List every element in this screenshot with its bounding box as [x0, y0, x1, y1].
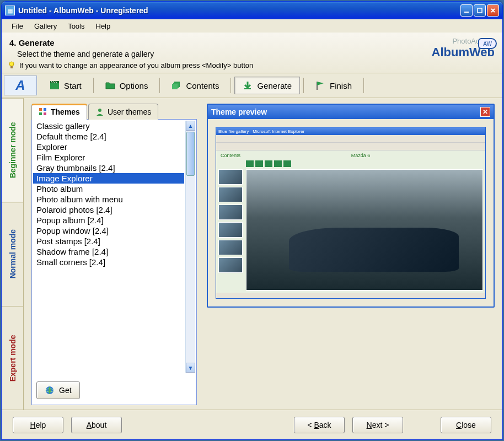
- app-icon: ▦: [5, 6, 15, 15]
- themes-listbox: Classic galleryDefault theme [2.4]Explor…: [31, 119, 197, 405]
- theme-item[interactable]: Post stamps [2.4]: [33, 236, 184, 246]
- theme-item[interactable]: Popup window [2.4]: [33, 225, 184, 236]
- step-generate-button[interactable]: Generate: [234, 77, 300, 94]
- window-title: Untitled - AlbumWeb - Unregistered: [18, 6, 460, 15]
- toolbar-row: A Start Options Contents Generate: [2, 73, 502, 98]
- ie-thumbnails: [218, 169, 243, 291]
- about-button[interactable]: About: [71, 417, 122, 433]
- main-area: Themes User themes Classic galleryDefaul…: [24, 98, 502, 410]
- svg-rect-9: [244, 88, 251, 89]
- ie-statusbar: [216, 293, 485, 298]
- menu-file[interactable]: File: [6, 21, 29, 31]
- ie-content: Contents Mazda 6: [216, 150, 485, 293]
- lightbulb-icon: [7, 61, 16, 69]
- user-icon: [95, 107, 104, 116]
- flag-icon: [315, 80, 325, 90]
- svg-point-2: [9, 62, 14, 66]
- minimize-button[interactable]: [460, 4, 473, 17]
- maximize-button[interactable]: [474, 4, 486, 17]
- ie-main-photo: [246, 169, 483, 291]
- tip-text: If you want to change an appearance of y…: [19, 61, 253, 69]
- theme-item[interactable]: Shadow frame [2.4]: [33, 246, 184, 257]
- step-toolbar: Start Options Contents Generate Finish: [39, 73, 367, 98]
- tab-beginner-mode[interactable]: Beginner mode: [2, 98, 23, 202]
- menubar: File Gallery Tools Help: [2, 19, 502, 33]
- close-button-footer[interactable]: Close: [441, 417, 491, 433]
- ie-titlebar: Blue fire gallery - Microsoft Internet E…: [216, 127, 485, 135]
- scroll-thumb[interactable]: [186, 132, 195, 176]
- svg-rect-3: [10, 66, 13, 68]
- step-title: 4. Generate: [9, 38, 495, 47]
- tab-normal-mode[interactable]: Normal mode: [2, 202, 23, 305]
- theme-item[interactable]: Photo album with menu: [33, 194, 184, 205]
- themes-panel: Themes User themes Classic galleryDefaul…: [31, 104, 197, 405]
- footer: Help About < Back Next > Close: [2, 410, 502, 439]
- step-start-button[interactable]: Start: [41, 77, 90, 94]
- globe-icon: [45, 385, 55, 395]
- get-button[interactable]: Get: [36, 381, 80, 399]
- download-arrow-icon: [243, 80, 253, 90]
- theme-item[interactable]: Popup album [2.4]: [33, 215, 184, 225]
- svg-rect-0: [464, 12, 469, 13]
- theme-item[interactable]: Film Explorer: [33, 152, 184, 163]
- grid-icon: [39, 107, 47, 116]
- ie-nav-buttons: [246, 160, 483, 167]
- ie-photo-label: Mazda 6: [351, 153, 371, 158]
- brand-logo: AW PhotoActions AlbumWeb: [432, 37, 495, 60]
- step-contents-button[interactable]: Contents: [163, 77, 227, 94]
- titlebar: ▦ Untitled - AlbumWeb - Unregistered: [2, 2, 502, 19]
- svg-rect-12: [39, 112, 42, 115]
- svg-rect-1: [478, 8, 482, 13]
- preview-close-button[interactable]: ✕: [480, 107, 490, 117]
- tab-themes[interactable]: Themes: [31, 104, 87, 120]
- svg-rect-10: [39, 108, 42, 111]
- step-finish-button[interactable]: Finish: [307, 77, 360, 94]
- svg-point-14: [98, 109, 101, 112]
- preview-browser: Blue fire gallery - Microsoft Internet E…: [216, 127, 486, 299]
- scroll-up-button[interactable]: ▲: [186, 121, 195, 131]
- tab-user-themes[interactable]: User themes: [88, 104, 158, 120]
- svg-rect-8: [172, 84, 178, 89]
- ie-addressbar: [216, 143, 485, 150]
- app-window: ▦ Untitled - AlbumWeb - Unregistered Fil…: [1, 1, 503, 440]
- scrollbar: ▲ ▼: [185, 121, 195, 373]
- theme-item[interactable]: Image Explorer: [33, 173, 184, 184]
- back-button[interactable]: < Back: [294, 417, 345, 433]
- svg-rect-11: [44, 108, 46, 111]
- step-options-button[interactable]: Options: [97, 77, 157, 94]
- theme-item[interactable]: Classic gallery: [33, 121, 184, 131]
- svg-rect-13: [44, 112, 46, 115]
- svg-rect-4: [50, 83, 59, 89]
- ie-toolbar: [216, 135, 485, 143]
- preview-panel: Theme preview ✕ Blue fire gallery - Micr…: [207, 104, 495, 405]
- themes-list[interactable]: Classic galleryDefault theme [2.4]Explor…: [33, 121, 184, 373]
- clapperboard-icon: [50, 80, 60, 90]
- theme-item[interactable]: Default theme [2.4]: [33, 131, 184, 142]
- mode-tabs: Beginner mode Normal mode Expert mode: [2, 98, 24, 410]
- theme-item[interactable]: Photo album: [33, 184, 184, 194]
- next-button[interactable]: Next >: [352, 417, 403, 433]
- menu-gallery[interactable]: Gallery: [29, 21, 62, 31]
- help-button[interactable]: Help: [13, 417, 63, 433]
- theme-item[interactable]: Small corners [2.4]: [33, 257, 184, 267]
- menu-tools[interactable]: Tools: [62, 21, 90, 31]
- menu-help[interactable]: Help: [90, 21, 116, 31]
- scroll-down-button[interactable]: ▼: [186, 363, 195, 373]
- close-button[interactable]: [487, 4, 499, 17]
- wizard-header: 4. Generate Select the theme and generat…: [2, 33, 502, 73]
- preview-window: Theme preview ✕ Blue fire gallery - Micr…: [207, 104, 495, 308]
- theme-item[interactable]: Explorer: [33, 142, 184, 152]
- stack-icon: [171, 80, 181, 90]
- logo-badge: AW: [478, 38, 497, 49]
- theme-item[interactable]: Gray thumbnails [2.4]: [33, 163, 184, 173]
- theme-item[interactable]: Polaroid photos [2.4]: [33, 205, 184, 215]
- ie-contents-link: Contents: [221, 153, 240, 158]
- wizard-mode-icon[interactable]: A: [4, 76, 37, 95]
- body: Beginner mode Normal mode Expert mode Th…: [2, 98, 502, 410]
- step-description: Select the theme and generate a gallery: [17, 50, 495, 58]
- preview-titlebar: Theme preview ✕: [208, 105, 494, 119]
- folder-icon: [105, 80, 115, 90]
- tab-expert-mode[interactable]: Expert mode: [2, 306, 23, 410]
